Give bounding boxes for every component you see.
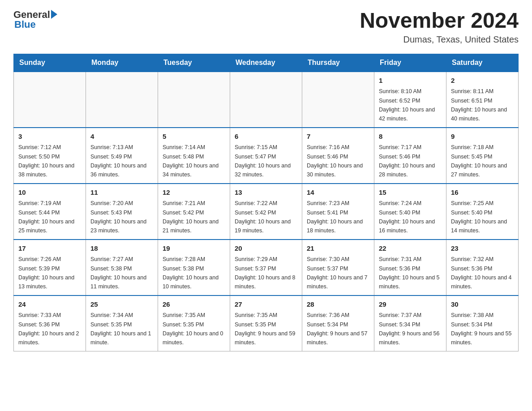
page-header: General Blue November 2024 Dumas, Texas,… — [13, 9, 519, 45]
location-text: Dumas, Texas, United States — [360, 34, 519, 45]
col-header-sunday: Sunday — [14, 54, 86, 72]
day-info: Sunrise: 8:10 AMSunset: 6:52 PMDaylight:… — [379, 88, 435, 122]
calendar-cell: 27Sunrise: 7:35 AMSunset: 5:35 PMDayligh… — [230, 295, 302, 351]
day-number: 12 — [163, 188, 225, 198]
day-number: 18 — [90, 244, 153, 254]
day-number: 6 — [235, 132, 297, 142]
day-number: 8 — [379, 132, 442, 142]
day-info: Sunrise: 7:13 AMSunset: 5:49 PMDaylight:… — [90, 144, 146, 178]
day-number: 21 — [307, 244, 369, 254]
day-number: 27 — [235, 300, 297, 310]
calendar-cell: 12Sunrise: 7:21 AMSunset: 5:42 PMDayligh… — [158, 184, 230, 240]
calendar-cell — [14, 72, 86, 128]
calendar-cell: 9Sunrise: 7:18 AMSunset: 5:45 PMDaylight… — [446, 128, 519, 184]
day-number: 20 — [235, 244, 297, 254]
day-info: Sunrise: 7:30 AMSunset: 5:37 PMDaylight:… — [307, 256, 368, 290]
day-info: Sunrise: 7:35 AMSunset: 5:35 PMDaylight:… — [163, 312, 223, 346]
calendar-cell: 21Sunrise: 7:30 AMSunset: 5:37 PMDayligh… — [302, 240, 374, 295]
calendar-cell: 7Sunrise: 7:16 AMSunset: 5:46 PMDaylight… — [302, 128, 374, 184]
day-info: Sunrise: 7:19 AMSunset: 5:44 PMDaylight:… — [18, 200, 74, 234]
day-number: 22 — [379, 244, 442, 254]
month-title: November 2024 — [360, 9, 519, 33]
calendar-cell — [86, 72, 158, 128]
calendar-cell: 5Sunrise: 7:14 AMSunset: 5:48 PMDaylight… — [158, 128, 230, 184]
day-info: Sunrise: 7:32 AMSunset: 5:36 PMDaylight:… — [451, 256, 512, 290]
calendar-cell — [230, 72, 302, 128]
day-number: 14 — [307, 188, 369, 198]
col-header-friday: Friday — [374, 54, 446, 72]
day-info: Sunrise: 7:22 AMSunset: 5:42 PMDaylight:… — [235, 200, 291, 234]
day-info: Sunrise: 7:34 AMSunset: 5:35 PMDaylight:… — [90, 312, 151, 346]
calendar-header-row: SundayMondayTuesdayWednesdayThursdayFrid… — [14, 54, 519, 72]
col-header-wednesday: Wednesday — [230, 54, 302, 72]
calendar-cell: 28Sunrise: 7:36 AMSunset: 5:34 PMDayligh… — [302, 295, 374, 351]
week-row-1: 1Sunrise: 8:10 AMSunset: 6:52 PMDaylight… — [14, 72, 519, 128]
day-number: 16 — [451, 188, 514, 198]
calendar-cell: 2Sunrise: 8:11 AMSunset: 6:51 PMDaylight… — [446, 72, 519, 128]
calendar-cell: 15Sunrise: 7:24 AMSunset: 5:40 PMDayligh… — [374, 184, 446, 240]
day-number: 24 — [18, 300, 81, 310]
week-row-5: 24Sunrise: 7:33 AMSunset: 5:36 PMDayligh… — [14, 295, 519, 351]
day-number: 7 — [307, 132, 369, 142]
day-info: Sunrise: 7:20 AMSunset: 5:43 PMDaylight:… — [90, 200, 146, 234]
title-block: November 2024 Dumas, Texas, United State… — [360, 9, 519, 45]
col-header-tuesday: Tuesday — [158, 54, 230, 72]
day-number: 4 — [90, 132, 153, 142]
day-number: 23 — [451, 244, 514, 254]
day-number: 28 — [307, 300, 369, 310]
calendar-cell: 19Sunrise: 7:28 AMSunset: 5:38 PMDayligh… — [158, 240, 230, 295]
day-info: Sunrise: 7:23 AMSunset: 5:41 PMDaylight:… — [307, 200, 363, 234]
calendar-cell: 3Sunrise: 7:12 AMSunset: 5:50 PMDaylight… — [14, 128, 86, 184]
calendar-table: SundayMondayTuesdayWednesdayThursdayFrid… — [13, 54, 519, 351]
day-info: Sunrise: 7:24 AMSunset: 5:40 PMDaylight:… — [379, 200, 435, 234]
calendar-cell: 8Sunrise: 7:17 AMSunset: 5:46 PMDaylight… — [374, 128, 446, 184]
calendar-cell: 30Sunrise: 7:38 AMSunset: 5:34 PMDayligh… — [446, 295, 519, 351]
day-number: 10 — [18, 188, 81, 198]
day-info: Sunrise: 7:37 AMSunset: 5:34 PMDaylight:… — [379, 312, 440, 346]
calendar-cell: 20Sunrise: 7:29 AMSunset: 5:37 PMDayligh… — [230, 240, 302, 295]
calendar-cell: 10Sunrise: 7:19 AMSunset: 5:44 PMDayligh… — [14, 184, 86, 240]
week-row-3: 10Sunrise: 7:19 AMSunset: 5:44 PMDayligh… — [14, 184, 519, 240]
calendar-cell — [302, 72, 374, 128]
calendar-cell: 4Sunrise: 7:13 AMSunset: 5:49 PMDaylight… — [86, 128, 158, 184]
day-info: Sunrise: 7:29 AMSunset: 5:37 PMDaylight:… — [235, 256, 296, 290]
day-number: 17 — [18, 244, 81, 254]
day-info: Sunrise: 7:16 AMSunset: 5:46 PMDaylight:… — [307, 144, 363, 178]
calendar-cell: 6Sunrise: 7:15 AMSunset: 5:47 PMDaylight… — [230, 128, 302, 184]
day-info: Sunrise: 7:18 AMSunset: 5:45 PMDaylight:… — [451, 144, 507, 178]
calendar-cell: 13Sunrise: 7:22 AMSunset: 5:42 PMDayligh… — [230, 184, 302, 240]
calendar-cell: 14Sunrise: 7:23 AMSunset: 5:41 PMDayligh… — [302, 184, 374, 240]
day-info: Sunrise: 7:21 AMSunset: 5:42 PMDaylight:… — [163, 200, 219, 234]
day-info: Sunrise: 7:14 AMSunset: 5:48 PMDaylight:… — [163, 144, 219, 178]
day-info: Sunrise: 7:17 AMSunset: 5:46 PMDaylight:… — [379, 144, 435, 178]
calendar-cell: 11Sunrise: 7:20 AMSunset: 5:43 PMDayligh… — [86, 184, 158, 240]
day-number: 15 — [379, 188, 442, 198]
day-number: 2 — [451, 76, 514, 86]
logo: General Blue — [13, 9, 57, 30]
day-info: Sunrise: 7:31 AMSunset: 5:36 PMDaylight:… — [379, 256, 440, 290]
calendar-cell: 24Sunrise: 7:33 AMSunset: 5:36 PMDayligh… — [14, 295, 86, 351]
logo-blue-text: Blue — [14, 19, 36, 30]
calendar-cell: 17Sunrise: 7:26 AMSunset: 5:39 PMDayligh… — [14, 240, 86, 295]
day-info: Sunrise: 7:28 AMSunset: 5:38 PMDaylight:… — [163, 256, 219, 290]
col-header-thursday: Thursday — [302, 54, 374, 72]
col-header-saturday: Saturday — [446, 54, 519, 72]
calendar-cell: 26Sunrise: 7:35 AMSunset: 5:35 PMDayligh… — [158, 295, 230, 351]
day-info: Sunrise: 7:15 AMSunset: 5:47 PMDaylight:… — [235, 144, 291, 178]
day-info: Sunrise: 7:26 AMSunset: 5:39 PMDaylight:… — [18, 256, 74, 290]
calendar-cell: 25Sunrise: 7:34 AMSunset: 5:35 PMDayligh… — [86, 295, 158, 351]
day-number: 3 — [18, 132, 81, 142]
day-number: 9 — [451, 132, 514, 142]
day-info: Sunrise: 7:25 AMSunset: 5:40 PMDaylight:… — [451, 200, 507, 234]
day-number: 5 — [163, 132, 225, 142]
calendar-cell: 18Sunrise: 7:27 AMSunset: 5:38 PMDayligh… — [86, 240, 158, 295]
day-number: 1 — [379, 76, 442, 86]
calendar-cell: 22Sunrise: 7:31 AMSunset: 5:36 PMDayligh… — [374, 240, 446, 295]
day-info: Sunrise: 8:11 AMSunset: 6:51 PMDaylight:… — [451, 88, 507, 122]
day-number: 13 — [235, 188, 297, 198]
logo-arrow-icon — [51, 10, 57, 19]
day-number: 30 — [451, 300, 514, 310]
day-info: Sunrise: 7:38 AMSunset: 5:34 PMDaylight:… — [451, 312, 512, 346]
day-number: 19 — [163, 244, 225, 254]
day-info: Sunrise: 7:27 AMSunset: 5:38 PMDaylight:… — [90, 256, 146, 290]
